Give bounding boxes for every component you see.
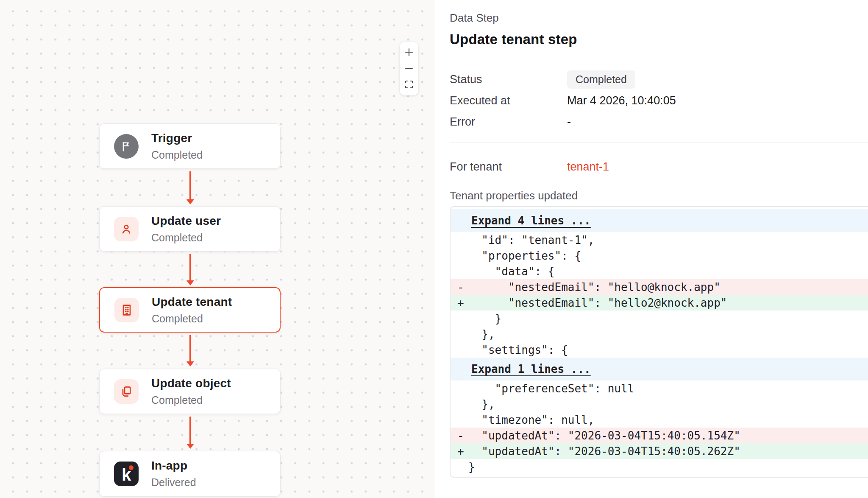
diff-code: }, (468, 328, 495, 341)
error-label: Error (450, 115, 567, 129)
plus-icon (404, 47, 414, 59)
diff-code: }, (468, 398, 495, 411)
node-status: Completed (151, 149, 203, 161)
page-title: Update tenant step (450, 31, 868, 48)
zoom-out-button[interactable] (401, 61, 417, 77)
executed-at-label: Executed at (450, 94, 567, 107)
flow-arrow (189, 417, 191, 445)
diff-line: }, (451, 326, 868, 342)
tenant-link[interactable]: tenant-1 (567, 160, 609, 173)
diff-line-removed: - "updatedAt": "2026-03-04T15:40:05.154Z… (451, 428, 868, 443)
flow-arrow (189, 171, 191, 200)
flag-icon (114, 134, 139, 159)
node-update-user[interactable]: Update user Completed (99, 206, 281, 252)
node-update-object[interactable]: Update object Completed (99, 369, 281, 414)
diff-marker: + (451, 297, 468, 309)
diff-code: "id": "tenant-1", (468, 234, 594, 246)
flow-arrow (189, 335, 191, 362)
workflow-canvas[interactable]: Trigger Completed Update user Completed … (0, 0, 435, 498)
for-tenant-label: For tenant (450, 160, 567, 173)
node-title: Update object (151, 377, 231, 390)
zoom-in-button[interactable] (401, 45, 417, 61)
error-value: - (567, 115, 571, 129)
tenant-properties-diff: Expand 4 lines ... "id": "tenant-1", "pr… (450, 206, 868, 478)
section-divider (450, 143, 868, 143)
expand-lines-link[interactable]: Expand 1 lines ... (471, 363, 591, 375)
diff-line: "preferenceSet": null (451, 380, 868, 396)
step-meta: Status Completed Executed at Mar 4 2026,… (450, 69, 868, 132)
knock-logo: k (114, 462, 139, 486)
diff-line: "properties": { (451, 248, 868, 263)
node-in-app[interactable]: k In-app Delivered (99, 451, 281, 497)
diff-line: "id": "tenant-1", (451, 232, 868, 248)
diff-marker: - (451, 429, 468, 442)
diff-code: "timezone": null, (468, 414, 594, 426)
copy-icon (114, 379, 139, 404)
meta-row-error: Error - (450, 111, 868, 132)
node-title: In-app (151, 459, 196, 473)
meta-row-executed-at: Executed at Mar 4 2026, 10:40:05 (450, 90, 868, 111)
executed-at-value: Mar 4 2026, 10:40:05 (567, 94, 676, 107)
diff-code: "properties": { (468, 249, 581, 262)
expand-lines-row: Expand 1 lines ... (451, 358, 868, 380)
fit-view-icon (404, 79, 414, 91)
diff-line: }, (451, 396, 868, 412)
diff-code: } (468, 312, 501, 325)
expand-lines-row: Expand 4 lines ... (451, 209, 868, 232)
diff-code: "data": { (468, 265, 555, 278)
diff-line: } (451, 311, 868, 326)
diff-line: "timezone": null, (451, 412, 868, 428)
user-icon (114, 217, 139, 241)
node-trigger[interactable]: Trigger Completed (99, 123, 281, 169)
diff-code: "nestedEmail": "hello2@knock.app" (468, 297, 727, 309)
diff-code: "updatedAt": "2026-03-04T15:40:05.154Z" (468, 429, 740, 442)
node-title: Update tenant (152, 295, 232, 309)
diff-code: "settings": { (468, 344, 568, 356)
for-tenant-row: For tenant tenant-1 (450, 156, 868, 177)
diff-marker: + (451, 445, 468, 458)
knock-logo-dot (129, 465, 134, 470)
diff-marker: - (451, 281, 468, 294)
node-title: Update user (151, 214, 221, 228)
flow-arrow (189, 254, 191, 281)
diff-line-added: + "updatedAt": "2026-03-04T15:40:05.262Z… (451, 443, 868, 459)
status-label: Status (450, 73, 567, 86)
canvas-zoom-toolbar (400, 42, 418, 95)
building-icon (114, 298, 139, 322)
step-type-label: Data Step (450, 11, 868, 25)
diff-line: } (451, 459, 868, 475)
diff-code: "preferenceSet": null (468, 382, 634, 395)
node-status: Completed (151, 394, 231, 406)
diff-section-title: Tenant properties updated (450, 189, 868, 202)
meta-row-status: Status Completed (450, 69, 868, 90)
node-status: Completed (151, 232, 221, 244)
step-detail-panel: Data Step Update tenant step Status Comp… (435, 0, 868, 498)
diff-code: "nestedEmail": "hello@knock.app" (468, 281, 721, 294)
status-badge: Completed (567, 70, 635, 89)
minus-icon (404, 63, 414, 75)
diff-line: "settings": { (451, 342, 868, 358)
node-title: Trigger (151, 131, 203, 145)
diff-line-added: + "nestedEmail": "hello2@knock.app" (451, 295, 868, 311)
diff-line: "data": { (451, 263, 868, 279)
node-status: Completed (152, 313, 232, 325)
diff-code: "updatedAt": "2026-03-04T15:40:05.262Z" (468, 445, 740, 458)
expand-lines-link[interactable]: Expand 4 lines ... (471, 214, 591, 227)
diff-code: } (468, 461, 475, 473)
node-update-tenant[interactable]: Update tenant Completed (99, 287, 281, 333)
diff-line-removed: - "nestedEmail": "hello@knock.app" (451, 279, 868, 295)
fit-view-button[interactable] (401, 77, 417, 93)
node-status: Delivered (151, 476, 196, 489)
